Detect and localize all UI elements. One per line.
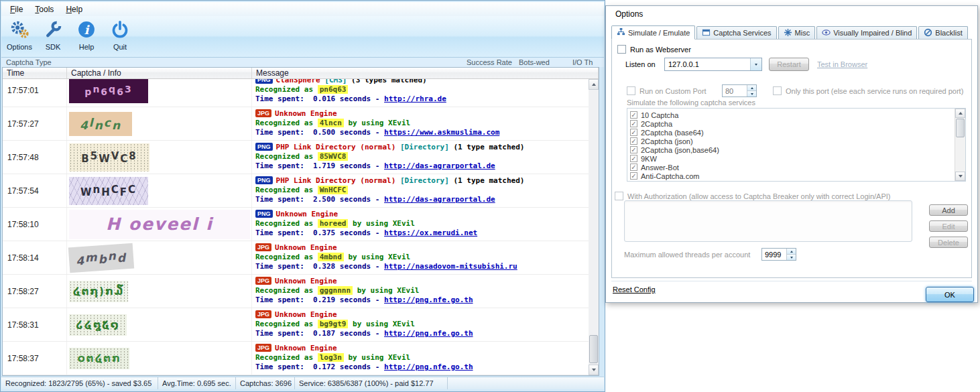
service-item[interactable]: 2Captcha (json,base64) — [630, 145, 965, 154]
scroll-down-arrow[interactable] — [589, 365, 599, 375]
source-url[interactable]: http://png.nfe.go.th — [384, 363, 473, 371]
service-list-scrollbar[interactable] — [955, 109, 965, 181]
menu-file[interactable]: File — [4, 3, 29, 15]
run-as-webserver-label: Run as Webserver — [630, 46, 691, 54]
spin-down-icon[interactable] — [747, 90, 756, 96]
service-checkbox[interactable] — [630, 146, 637, 153]
quit-button[interactable]: Quit — [105, 16, 135, 57]
sdk-button[interactable]: SDK — [38, 16, 68, 57]
column-header-captcha[interactable]: Captcha / Info — [67, 68, 252, 78]
log-table-body: 17:57:01 pn6q63 PNGClanSphere [CMS] (3 t… — [3, 79, 589, 375]
engine-note: (1 type matched) — [449, 143, 525, 151]
service-checkbox[interactable] — [630, 155, 637, 162]
captcha-image: H oeveel i — [69, 210, 250, 239]
service-label: Answer-Bot — [641, 164, 679, 172]
service-checkbox[interactable] — [630, 181, 637, 182]
listen-address-combobox[interactable]: 127.0.0.1 — [664, 58, 762, 71]
source-url[interactable]: http://rhra.de — [384, 94, 446, 103]
scroll-thumb[interactable] — [956, 119, 965, 137]
log-row[interactable]: 17:57:48 B5WVC8 PNGPHP Link Directory (n… — [3, 141, 589, 174]
source-url[interactable]: https://ox.merudi.net — [384, 228, 477, 237]
tab-captcha-services[interactable]: Captcha Services — [696, 26, 776, 39]
scroll-up-arrow[interactable] — [955, 109, 965, 118]
ok-button[interactable]: OK — [926, 287, 974, 302]
service-checkbox[interactable] — [630, 129, 637, 136]
log-row[interactable]: 17:58:10 H oeveel i PNGUnknown Engine Re… — [3, 208, 589, 241]
service-checkbox[interactable] — [630, 137, 637, 145]
time-spent-text: Time spent: 1.719 seconds - — [255, 161, 384, 170]
tab-visually-impaired[interactable]: Visually Impaired / Blind — [816, 26, 917, 39]
source-url[interactable]: http://nasadovom-mitsubishi.ru — [384, 262, 517, 271]
toolbar-button-label: SDK — [46, 43, 61, 51]
info-icon: i — [77, 20, 96, 42]
tab-blacklist[interactable]: Blacklist — [918, 26, 967, 39]
service-item[interactable]: Answer-Bot — [630, 163, 965, 172]
tab-simulate-emulate[interactable]: Simulate / Emulate — [611, 25, 695, 40]
reset-config-link[interactable]: Reset Config — [613, 285, 656, 293]
service-checkbox[interactable] — [630, 120, 637, 127]
menu-tools[interactable]: Tools — [29, 3, 60, 15]
engine-name: PHP Link Directory (normal) — [276, 143, 396, 151]
vertical-scrollbar[interactable] — [589, 79, 599, 375]
source-url[interactable]: http://png.nfe.go.th — [384, 296, 473, 304]
menu-help[interactable]: Help — [60, 3, 88, 15]
restart-button[interactable]: Restart — [769, 58, 809, 71]
power-icon — [111, 20, 129, 42]
captcha-image: B5WVC8 — [69, 143, 149, 172]
service-checkbox[interactable] — [630, 172, 637, 180]
spin-up-icon[interactable] — [747, 85, 756, 90]
log-row[interactable]: 17:58:37 ໐ຕ໔ຕກ JPGUnknown Engine Recogni… — [3, 342, 589, 375]
service-item[interactable]: 10 Captcha — [630, 111, 965, 119]
log-row[interactable]: 17:57:27 4lncn JPGUnknown Engine Recogni… — [3, 107, 589, 141]
tab-label: Visually Impaired / Blind — [833, 29, 912, 37]
source-url[interactable]: http://png.nfe.go.th — [384, 329, 473, 338]
add-button[interactable]: Add — [929, 204, 968, 216]
with-authorization-row: With Authorization (allow access to Capt… — [615, 192, 891, 200]
source-url[interactable]: https://www.askmuslima.com — [384, 128, 499, 137]
only-this-port-checkbox[interactable] — [773, 86, 782, 95]
stats-header-fragment: Success Rate — [467, 58, 512, 66]
service-label: 2Captcha — [641, 120, 672, 128]
source-url[interactable]: http://das-agrarportal.de — [384, 161, 495, 170]
log-row[interactable]: 17:57:54 WnHCFC PNGPHP Link Directory (n… — [3, 174, 589, 208]
chevron-down-icon[interactable] — [750, 58, 761, 70]
scroll-up-arrow[interactable] — [589, 79, 599, 90]
custom-port-checkbox[interactable] — [627, 86, 635, 95]
log-table-header: Time Captcha / Info Message — [3, 68, 599, 79]
service-item[interactable]: 9KW — [630, 154, 965, 163]
service-item[interactable]: 2Captcha — [630, 119, 965, 128]
with-authorization-checkbox[interactable] — [615, 192, 623, 200]
service-checkbox[interactable] — [630, 164, 637, 171]
service-item[interactable]: Anti-Captcha.com — [630, 172, 965, 180]
options-button[interactable]: Options — [4, 16, 35, 57]
service-item[interactable]: 2Captcha (base64) — [630, 128, 965, 137]
log-row[interactable]: 17:58:31 ໒໔໘໕໑ JPGUnknown Engine Recogni… — [3, 308, 589, 342]
spin-up-icon[interactable] — [787, 249, 796, 254]
log-row[interactable]: 17:58:14 4mbnd JPGUnknown Engine Recogni… — [3, 241, 589, 275]
test-in-browser-link[interactable]: Test in Browser — [817, 60, 867, 68]
time-spent-text: Time spent: 0.375 seconds - — [255, 228, 384, 237]
service-item[interactable]: AntiGate — [630, 180, 965, 182]
delete-button[interactable]: Delete — [929, 237, 968, 248]
log-row[interactable]: 17:57:01 pn6q63 PNGClanSphere [CMS] (3 t… — [3, 79, 589, 107]
source-url[interactable]: http://das-agrarportal.de — [384, 195, 495, 204]
service-checkbox[interactable] — [630, 111, 637, 119]
column-header-message[interactable]: Message — [252, 68, 599, 78]
scroll-down-arrow[interactable] — [955, 172, 965, 181]
tab-misc[interactable]: Misc — [778, 26, 816, 39]
log-time: 17:58:27 — [3, 275, 67, 308]
column-header-time[interactable]: Time — [3, 68, 67, 78]
authorization-list-box[interactable] — [624, 200, 912, 242]
help-button[interactable]: i Help — [71, 16, 102, 57]
scroll-thumb[interactable] — [589, 335, 598, 363]
log-row[interactable]: 17:58:27 ໔ຕ໗)ກ໓ JPGUnknown Engine Recogn… — [3, 275, 589, 308]
captcha-cell: ໒໔໘໕໑ — [67, 308, 252, 341]
edit-button[interactable]: Edit — [929, 220, 968, 232]
run-as-webserver-checkbox[interactable] — [617, 45, 626, 54]
captcha-image: 4lncn — [69, 112, 132, 136]
custom-port-spinner[interactable]: 80 — [722, 84, 757, 97]
max-threads-spinner[interactable]: 9999 — [761, 248, 796, 261]
spin-down-icon[interactable] — [787, 254, 796, 260]
services-icon — [702, 28, 711, 38]
service-item[interactable]: 2Captcha (json) — [630, 137, 965, 145]
